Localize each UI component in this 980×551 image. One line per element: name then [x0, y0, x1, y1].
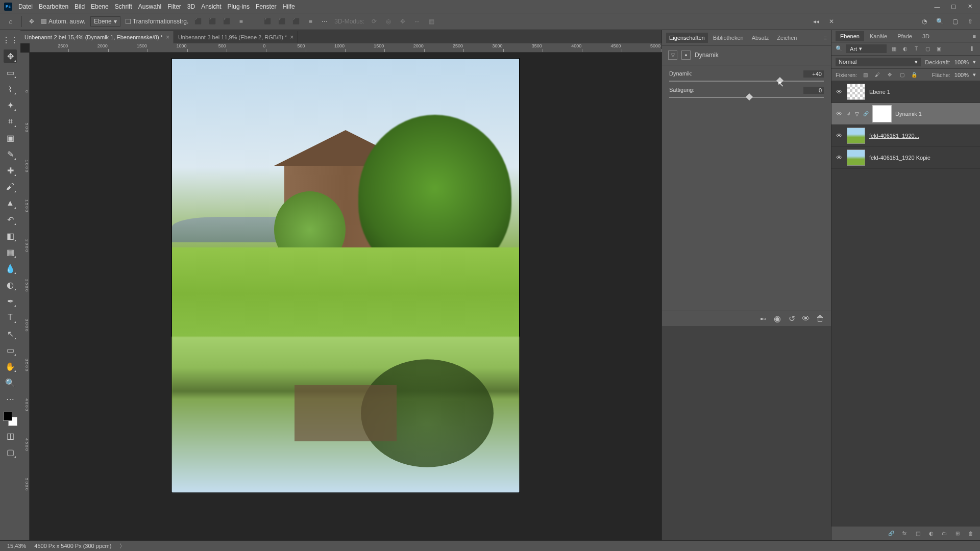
filter-type-icon[interactable]: T: [912, 45, 920, 53]
saturation-slider[interactable]: [669, 97, 824, 98]
reset-adjustment-icon[interactable]: ↺: [787, 314, 796, 323]
menu-auswahl[interactable]: Auswahl: [138, 3, 161, 10]
distribute-v-icon[interactable]: ≡: [306, 17, 315, 26]
eyedropper-tool[interactable]: ✎: [4, 147, 17, 161]
ruler-horizontal[interactable]: 2500 2000 1500 1000 500 0 500 1000 1500 …: [30, 43, 662, 53]
layer-filter-kind-dropdown[interactable]: Art▾: [846, 44, 887, 53]
clip-to-layer-icon[interactable]: ▪▫: [758, 314, 768, 323]
tool-handle[interactable]: ⋮⋮: [4, 33, 17, 46]
tab-eigenschaften[interactable]: Eigenschaften: [666, 33, 708, 43]
collapse-panels-icon[interactable]: ◂◂: [812, 17, 821, 26]
lock-pixels-icon[interactable]: 🖌: [873, 71, 881, 79]
close-panel-icon[interactable]: ✕: [827, 17, 836, 26]
lasso-tool[interactable]: ⌇: [4, 82, 17, 95]
tab-pfade[interactable]: Pfade: [893, 31, 917, 41]
filter-shape-icon[interactable]: ▢: [923, 45, 932, 53]
dodge-tool[interactable]: ◐: [4, 278, 17, 291]
opacity-value[interactable]: 100%: [954, 59, 969, 65]
saturation-value-field[interactable]: 0: [803, 87, 824, 94]
hand-tool[interactable]: ✋: [4, 360, 17, 373]
close-tab-icon[interactable]: ×: [290, 34, 293, 41]
menu-3d[interactable]: 3D: [187, 3, 195, 10]
layer-name[interactable]: feld-406181_1920 Kopie: [869, 155, 976, 161]
layer-thumbnail[interactable]: [847, 149, 865, 166]
stamp-tool[interactable]: ▲: [4, 196, 17, 210]
pen-tool[interactable]: ✒: [4, 294, 17, 308]
history-brush-tool[interactable]: ↶: [4, 213, 17, 226]
layer-visibility-toggle[interactable]: 👁: [836, 154, 843, 161]
type-tool[interactable]: T: [4, 311, 17, 324]
eraser-tool[interactable]: ◧: [4, 229, 17, 242]
align-center-v-icon[interactable]: ⬛: [277, 17, 286, 26]
blur-tool[interactable]: 💧: [4, 262, 17, 275]
lock-transparency-icon[interactable]: ▧: [861, 71, 869, 79]
lock-all-icon[interactable]: 🔒: [910, 71, 918, 79]
doc-info-chevron-icon[interactable]: 〉: [119, 542, 125, 550]
new-layer-icon[interactable]: ⊞: [953, 530, 962, 538]
add-mask-icon[interactable]: ◫: [914, 530, 922, 538]
more-options-icon[interactable]: ⋯: [320, 17, 329, 26]
menu-datei[interactable]: Datei: [18, 3, 33, 10]
new-adjustment-icon[interactable]: ◐: [927, 530, 935, 538]
menu-bild[interactable]: Bild: [75, 3, 85, 10]
window-close[interactable]: ✕: [963, 2, 977, 12]
layer-visibility-toggle[interactable]: 👁: [836, 110, 843, 117]
crop-tool[interactable]: ⌗: [4, 115, 17, 128]
layer-visibility-toggle[interactable]: 👁: [836, 132, 843, 139]
home-button[interactable]: ⌂: [5, 16, 16, 27]
filter-toggle-switch[interactable]: ⏽: [968, 45, 976, 53]
link-layers-icon[interactable]: 🔗: [887, 530, 895, 538]
menu-filter[interactable]: Filter: [167, 3, 181, 10]
workspace-icon[interactable]: ▢: [950, 17, 960, 26]
filter-pixel-icon[interactable]: ▦: [890, 45, 898, 53]
marquee-tool[interactable]: ▭: [4, 66, 17, 79]
auto-select-target-dropdown[interactable]: Ebene▾: [90, 16, 120, 27]
tab-bibliotheken[interactable]: Bibliotheken: [710, 33, 747, 43]
layer-name[interactable]: Ebene 1: [869, 89, 976, 95]
tab-kanaele[interactable]: Kanäle: [865, 31, 892, 41]
menu-schrift[interactable]: Schrift: [115, 3, 132, 10]
filter-smart-icon[interactable]: ▣: [935, 45, 943, 53]
lock-position-icon[interactable]: ✥: [886, 71, 894, 79]
layer-row[interactable]: 👁 Ebene 1: [831, 81, 980, 103]
align-center-h-icon[interactable]: ⬛: [208, 17, 217, 26]
layer-name[interactable]: Dynamik 1: [895, 111, 976, 117]
brush-tool[interactable]: 🖌: [4, 180, 17, 193]
layer-row[interactable]: 👁 feld-406181_1920...: [831, 125, 980, 147]
quick-mask-toggle[interactable]: ◫: [4, 429, 17, 442]
close-tab-icon[interactable]: ×: [166, 34, 169, 41]
layer-name[interactable]: feld-406181_1920...: [869, 133, 976, 139]
cloud-docs-icon[interactable]: ◔: [920, 17, 929, 26]
share-icon[interactable]: ⇧: [966, 17, 975, 26]
align-bottom-icon[interactable]: ⬛: [291, 17, 301, 26]
magic-wand-tool[interactable]: ✦: [4, 98, 17, 112]
lock-artboard-icon[interactable]: ▢: [898, 71, 906, 79]
menu-hilfe[interactable]: Hilfe: [283, 3, 295, 10]
new-group-icon[interactable]: 🗀: [940, 530, 948, 538]
menu-plugins[interactable]: Plug-ins: [228, 3, 250, 10]
menu-ebene[interactable]: Ebene: [91, 3, 109, 10]
foreground-background-colors[interactable]: [3, 412, 17, 426]
canvas-viewport[interactable]: [30, 53, 662, 540]
shape-tool[interactable]: ▭: [4, 343, 17, 357]
tab-ebenen[interactable]: Ebenen: [836, 31, 864, 41]
zoom-tool[interactable]: 🔍: [4, 376, 17, 389]
layer-style-icon[interactable]: fx: [900, 530, 909, 538]
zoom-level[interactable]: 15,43%: [7, 543, 26, 549]
panel-menu-icon[interactable]: ≡: [824, 35, 827, 41]
tab-absatz[interactable]: Absatz: [749, 33, 772, 43]
align-left-icon[interactable]: ⬛: [193, 17, 203, 26]
toggle-visibility-icon[interactable]: 👁: [801, 314, 811, 323]
gradient-tool[interactable]: ▦: [4, 245, 17, 259]
window-maximize[interactable]: ▢: [946, 2, 961, 12]
tab-zeichen[interactable]: Zeichen: [774, 33, 800, 43]
window-minimize[interactable]: —: [930, 2, 944, 12]
layer-thumbnail[interactable]: [847, 128, 865, 144]
layers-panel-menu-icon[interactable]: ≡: [973, 33, 980, 39]
layer-thumbnail[interactable]: [847, 84, 865, 100]
align-top-icon[interactable]: ⬛: [263, 17, 272, 26]
vibrance-value-field[interactable]: +40: [803, 70, 824, 78]
healing-tool[interactable]: ✚: [4, 164, 17, 177]
ruler-vertical[interactable]: 0 5 0 0 1 0 0 0 1 5 0 0 2 0 0 0 2 5 0 0 …: [20, 53, 30, 540]
move-tool[interactable]: ✥: [4, 49, 17, 63]
